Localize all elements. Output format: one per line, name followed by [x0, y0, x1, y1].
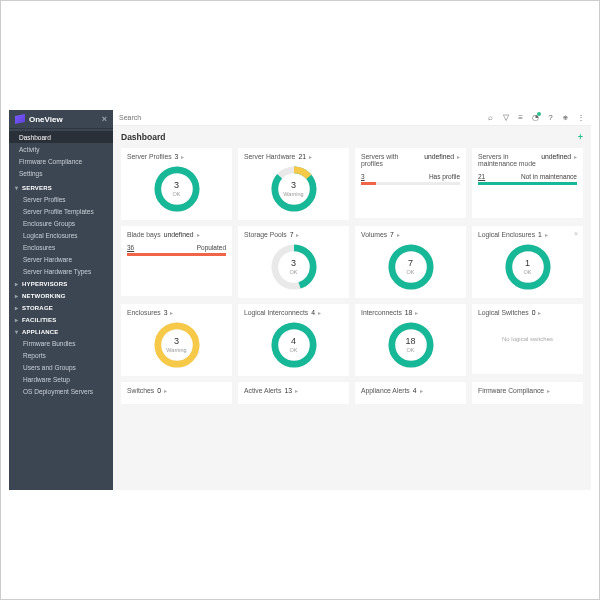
status-ring: 3Warning — [154, 322, 200, 368]
page-title-row: Dashboard + — [121, 132, 583, 142]
sidebar-item-dashboard[interactable]: Dashboard — [9, 131, 113, 143]
card-storage-pools: Storage Pools7▸3OK — [238, 226, 349, 298]
sidebar-item-logical-enclosures[interactable]: Logical Enclosures — [9, 229, 113, 241]
flat-stat: 21Not in maintenance — [478, 173, 577, 185]
card-title[interactable]: Appliance Alerts4▸ — [361, 387, 423, 394]
sidebar-header: OneView × — [9, 110, 113, 129]
add-card-button[interactable]: + — [578, 132, 583, 142]
alert-icon[interactable]: ◔ — [531, 113, 540, 122]
card-title[interactable]: Storage Pools7▸ — [244, 231, 299, 238]
card-title[interactable]: Server Hardware21▸ — [244, 153, 312, 160]
card-title[interactable]: Enclosures3▸ — [127, 309, 173, 316]
card-title[interactable]: Switches0▸ — [127, 387, 167, 394]
help-icon[interactable]: ? — [546, 113, 555, 122]
card-title[interactable]: Logical Interconnects4▸ — [244, 309, 321, 316]
topbar: ⌕▽≡◔?⎈⋮ — [113, 110, 591, 126]
brand-label: OneView — [29, 115, 63, 124]
menu-icon[interactable]: ⋮ — [576, 113, 585, 122]
card-title[interactable]: Logical Switches0▸ — [478, 309, 541, 316]
card-title[interactable]: Servers in maintenance modeundefined▸ — [478, 153, 577, 167]
card-title[interactable]: Firmware Compliance▸ — [478, 387, 550, 394]
card-server-hardware: Server Hardware21▸3Warning — [238, 148, 349, 220]
content: Dashboard + Server Profiles3▸3OKServer H… — [113, 126, 591, 490]
status-ring: 3OK — [154, 166, 200, 212]
sidebar: OneView × DashboardActivityFirmware Comp… — [9, 110, 113, 490]
main-area: ⌕▽≡◔?⎈⋮ Dashboard + Server Profiles3▸3OK… — [113, 110, 591, 490]
sidebar-item-hardware-setup[interactable]: Hardware Setup — [9, 373, 113, 385]
card-close-icon[interactable]: × — [574, 230, 578, 237]
sidebar-item-firmware-compliance[interactable]: Firmware Compliance — [9, 155, 113, 167]
sidebar-section-servers[interactable]: Servers — [9, 181, 113, 193]
flat-stat: 36Populated — [127, 244, 226, 256]
status-ring: 7OK — [388, 244, 434, 290]
app-frame: OneView × DashboardActivityFirmware Comp… — [9, 110, 591, 490]
status-ring: 4OK — [271, 322, 317, 368]
sidebar-item-server-profile-templates[interactable]: Server Profile Templates — [9, 205, 113, 217]
topbar-icons: ⌕▽≡◔?⎈⋮ — [486, 113, 585, 122]
sidebar-item-reports[interactable]: Reports — [9, 349, 113, 361]
card-interconnects: Interconnects18▸18OK — [355, 304, 466, 376]
status-ring: 3Warning — [271, 166, 317, 212]
sidebar-section-networking[interactable]: Networking — [9, 289, 113, 301]
card-title[interactable]: Blade baysundefined▸ — [127, 231, 200, 238]
status-ring: 18OK — [388, 322, 434, 368]
page-title: Dashboard — [121, 132, 165, 142]
card-title[interactable]: Interconnects18▸ — [361, 309, 418, 316]
sidebar-item-os-deployment-servers[interactable]: OS Deployment Servers — [9, 385, 113, 397]
card-servers-in-maintenance-mode: Servers in maintenance modeundefined▸21N… — [472, 148, 583, 218]
sidebar-item-enclosure-groups[interactable]: Enclosure Groups — [9, 217, 113, 229]
sidebar-nav-sections: ServersServer ProfilesServer Profile Tem… — [9, 181, 113, 397]
card-logical-interconnects: Logical Interconnects4▸4OK — [238, 304, 349, 376]
cards-grid: Server Profiles3▸3OKServer Hardware21▸3W… — [121, 148, 583, 404]
user-icon[interactable]: ⎈ — [561, 113, 570, 122]
card-title[interactable]: Active Alerts13▸ — [244, 387, 298, 394]
status-ring: 3OK — [271, 244, 317, 290]
card-title[interactable]: Servers with profilesundefined▸ — [361, 153, 460, 167]
empty-message: No logical switches — [502, 336, 553, 342]
brand-icon — [15, 114, 25, 124]
card-switches: Switches0▸ — [121, 382, 232, 404]
sidebar-section-appliance[interactable]: Appliance — [9, 325, 113, 337]
card-title[interactable]: Logical Enclosures1▸ — [478, 231, 548, 238]
card-enclosures: Enclosures3▸3Warning — [121, 304, 232, 376]
sidebar-item-activity[interactable]: Activity — [9, 143, 113, 155]
sidebar-item-settings[interactable]: Settings — [9, 167, 113, 179]
search-input[interactable] — [119, 114, 480, 121]
card-logical-switches: Logical Switches0▸No logical switches — [472, 304, 583, 374]
card-active-alerts: Active Alerts13▸ — [238, 382, 349, 404]
sidebar-section-facilities[interactable]: Facilities — [9, 313, 113, 325]
card-title[interactable]: Server Profiles3▸ — [127, 153, 184, 160]
sidebar-section-hypervisors[interactable]: Hypervisors — [9, 277, 113, 289]
sidebar-nav-top: DashboardActivityFirmware ComplianceSett… — [9, 129, 113, 181]
list-icon[interactable]: ≡ — [516, 113, 525, 122]
sidebar-close-icon[interactable]: × — [102, 115, 107, 124]
filter-icon[interactable]: ▽ — [501, 113, 510, 122]
status-ring: 1OK — [505, 244, 551, 290]
sidebar-item-firmware-bundles[interactable]: Firmware Bundles — [9, 337, 113, 349]
card-appliance-alerts: Appliance Alerts4▸ — [355, 382, 466, 404]
sidebar-section-storage[interactable]: Storage — [9, 301, 113, 313]
card-server-profiles: Server Profiles3▸3OK — [121, 148, 232, 220]
sidebar-item-server-hardware-types[interactable]: Server Hardware Types — [9, 265, 113, 277]
search-icon[interactable]: ⌕ — [486, 113, 495, 122]
card-servers-with-profiles: Servers with profilesundefined▸3Has prof… — [355, 148, 466, 218]
card-blade-bays: Blade baysundefined▸36Populated — [121, 226, 232, 296]
sidebar-item-server-hardware[interactable]: Server Hardware — [9, 253, 113, 265]
card-logical-enclosures: Logical Enclosures1▸×1OK — [472, 226, 583, 298]
sidebar-item-server-profiles[interactable]: Server Profiles — [9, 193, 113, 205]
sidebar-item-enclosures[interactable]: Enclosures — [9, 241, 113, 253]
flat-stat: 3Has profile — [361, 173, 460, 185]
card-title[interactable]: Volumes7▸ — [361, 231, 400, 238]
sidebar-item-users-and-groups[interactable]: Users and Groups — [9, 361, 113, 373]
card-firmware-compliance: Firmware Compliance▸ — [472, 382, 583, 404]
card-volumes: Volumes7▸7OK — [355, 226, 466, 298]
